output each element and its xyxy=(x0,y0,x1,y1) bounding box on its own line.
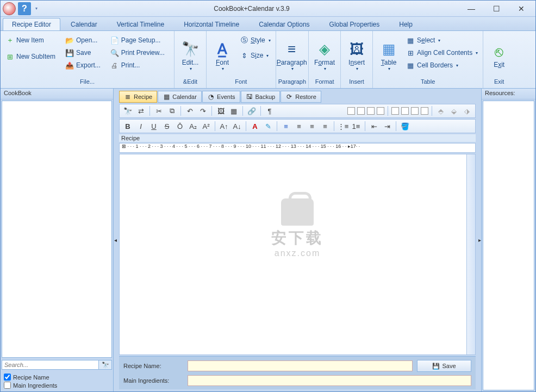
bold-icon[interactable]: B xyxy=(122,121,134,132)
page-setup-button[interactable]: 📄Page Setup... xyxy=(108,34,167,46)
app-icon[interactable] xyxy=(3,2,16,15)
undo-icon[interactable]: ↶ xyxy=(184,105,196,116)
save-icon: 💾 xyxy=(432,363,440,370)
cookbook-panel-title: CookBook xyxy=(1,89,113,99)
border-bottom-icon[interactable] xyxy=(421,107,428,115)
border-right-icon[interactable] xyxy=(411,107,419,115)
border-left-icon[interactable] xyxy=(391,107,399,115)
tab-help[interactable]: Help xyxy=(390,18,422,30)
replace-icon[interactable]: ⇄ xyxy=(135,105,147,116)
close-button[interactable]: ✕ xyxy=(514,4,529,13)
cut-icon[interactable]: ✂ xyxy=(153,105,165,116)
right-panel: Resources: xyxy=(481,89,535,391)
window-title: CookBook+Calendar v.3.9 xyxy=(40,5,464,13)
tab-horizontal-timeline[interactable]: Horizontal Timeline xyxy=(174,18,248,30)
help-icon[interactable]: ? xyxy=(18,2,31,15)
style-button[interactable]: ⓈStyle xyxy=(237,34,273,46)
doctab-recipe[interactable]: ≣Recipe xyxy=(119,91,157,103)
underline-icon[interactable]: U xyxy=(148,121,160,132)
paragraph-button[interactable]: ≡Paragraph xyxy=(278,34,306,78)
puzzle2-icon[interactable]: ⬙ xyxy=(448,105,460,116)
document-tabs: ≣Recipe ▦Calendar ◔Events 🖫Backup ⟳Resto… xyxy=(119,91,476,103)
tab-vertical-timeline[interactable]: Vertical Timeline xyxy=(108,18,173,30)
resources-tree[interactable] xyxy=(483,101,534,390)
save-button[interactable]: 💾Save xyxy=(63,47,103,59)
doctab-restore[interactable]: ⟳Restore xyxy=(281,91,321,103)
check-recipe-name[interactable]: Recipe Name xyxy=(4,373,110,381)
copy-icon[interactable]: ⧉ xyxy=(166,105,178,116)
export-button[interactable]: 📤Export... xyxy=(63,59,103,71)
puzzle1-icon[interactable]: ⬘ xyxy=(435,105,447,116)
border-outer-icon[interactable] xyxy=(357,107,365,115)
font-button[interactable]: A̲Font xyxy=(209,34,236,78)
check-main-ingredients[interactable]: Main Ingredients xyxy=(4,381,110,389)
cell-borders-button[interactable]: ▦Cell Borders xyxy=(403,59,481,71)
doctab-calendar[interactable]: ▦Calendar xyxy=(158,91,202,103)
search-button[interactable]: 🔭 xyxy=(99,360,112,370)
tab-global-properties[interactable]: Global Properties xyxy=(320,18,389,30)
tab-recipe-editor[interactable]: Recipe Editor xyxy=(3,18,60,30)
subscript-icon[interactable]: A₂ xyxy=(187,121,199,132)
edit-button[interactable]: 🔭Edit... xyxy=(177,34,204,78)
shrink-font-icon[interactable]: A↓ xyxy=(231,121,243,132)
overline-icon[interactable]: Ō xyxy=(174,121,186,132)
bullets-icon[interactable]: ⋮≡ xyxy=(337,121,349,132)
border-inner-icon[interactable] xyxy=(367,107,375,115)
form-save-button[interactable]: 💾Save xyxy=(417,360,471,372)
size-button[interactable]: ⇕Size xyxy=(237,49,273,61)
outdent-icon[interactable]: ⇤ xyxy=(368,121,380,132)
font-color-icon[interactable]: A xyxy=(249,121,261,132)
align-right-icon[interactable]: ≡ xyxy=(306,121,318,132)
print-button[interactable]: 🖨Print... xyxy=(108,59,167,71)
border-all-icon[interactable] xyxy=(377,107,384,115)
exit-button[interactable]: ⎋Exit xyxy=(485,34,513,78)
puzzle3-icon[interactable]: ⬗ xyxy=(461,105,473,116)
grow-font-icon[interactable]: A↑ xyxy=(218,121,230,132)
tab-calendar[interactable]: Calendar xyxy=(61,18,107,30)
doctab-backup[interactable]: 🖫Backup xyxy=(241,91,281,103)
align-cell-button[interactable]: ⊞Align Cell Contents xyxy=(403,47,481,59)
insert-button[interactable]: 🖼Insert xyxy=(343,34,370,78)
indent-icon[interactable]: ⇥ xyxy=(381,121,393,132)
strike-icon[interactable]: S xyxy=(161,121,173,132)
insert-table-icon[interactable]: ▦ xyxy=(228,105,240,116)
qat-dropdown-icon[interactable]: ▾ xyxy=(33,2,40,15)
main-ingredients-field[interactable] xyxy=(188,375,471,386)
insert-image-icon[interactable]: 🖼 xyxy=(215,105,227,116)
borders-icon: ▦ xyxy=(406,61,415,70)
new-subitem-button[interactable]: ⊞New SubItem xyxy=(3,51,58,63)
toolbar-row-1: 🔭 ⇄ ✂ ⧉ ↶ ↷ 🖼 ▦ 🔗 ¶ ⬘ xyxy=(119,104,476,118)
highlight-icon[interactable]: ✎ xyxy=(262,121,274,132)
new-item-button[interactable]: ＋New Item xyxy=(3,34,58,46)
insert-group-label: Insert xyxy=(343,78,370,88)
vertical-scrollbar[interactable] xyxy=(466,154,475,354)
pilcrow-icon[interactable]: ¶ xyxy=(264,105,276,116)
recipe-name-field[interactable] xyxy=(188,360,413,371)
italic-icon[interactable]: I xyxy=(135,121,147,132)
search-input[interactable] xyxy=(2,360,99,370)
print-preview-button[interactable]: 🔍Print Preview... xyxy=(108,47,167,59)
link-icon[interactable]: 🔗 xyxy=(246,105,258,116)
superscript-icon[interactable]: A² xyxy=(200,121,212,132)
doctab-events[interactable]: ◔Events xyxy=(202,91,240,103)
format-button[interactable]: ◈Format xyxy=(311,34,338,78)
find-icon[interactable]: 🔭 xyxy=(122,105,134,116)
fill-color-icon[interactable]: 🪣 xyxy=(399,121,411,132)
table-button[interactable]: ▦Table xyxy=(375,34,402,78)
maximize-button[interactable]: ☐ xyxy=(489,4,504,13)
align-justify-icon[interactable]: ≡ xyxy=(319,121,331,132)
editor-area[interactable]: 安下载 anxz.com xyxy=(119,154,476,355)
ruler[interactable]: ⊠ · · · 1 · · · 2 · · · 3 · · · 4 · · · … xyxy=(119,143,476,153)
border-top-icon[interactable] xyxy=(401,107,409,115)
title-bar: ? ▾ CookBook+Calendar v.3.9 — ☐ ✕ xyxy=(1,1,535,17)
align-left-icon[interactable]: ≡ xyxy=(280,121,292,132)
numbering-icon[interactable]: 1≡ xyxy=(350,121,362,132)
open-button[interactable]: 📂Open... xyxy=(63,34,103,46)
align-center-icon[interactable]: ≡ xyxy=(293,121,305,132)
minimize-button[interactable]: — xyxy=(464,4,479,13)
cookbook-tree[interactable] xyxy=(2,101,112,358)
border-none-icon[interactable] xyxy=(347,107,355,115)
redo-icon[interactable]: ↷ xyxy=(197,105,209,116)
select-button[interactable]: ▦Select xyxy=(403,34,481,46)
tab-calendar-options[interactable]: Calendar Options xyxy=(250,18,319,30)
